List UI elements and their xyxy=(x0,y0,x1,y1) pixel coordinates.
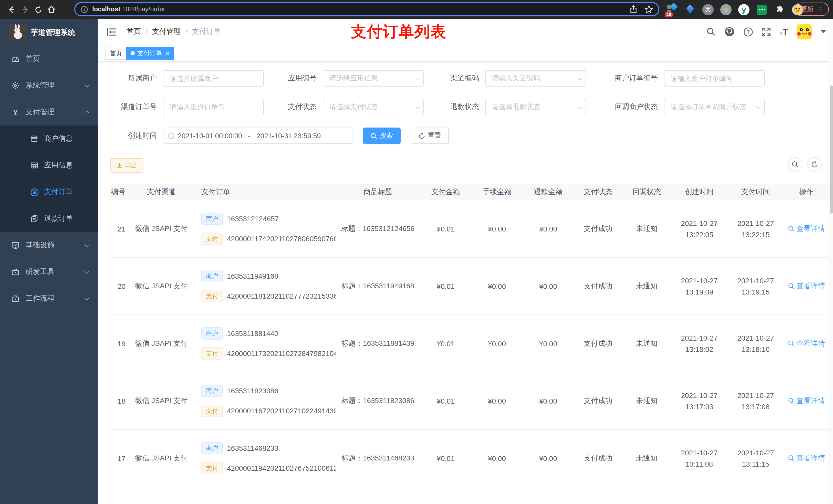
browser-update-button[interactable]: 更新 ⋮ xyxy=(794,3,829,16)
avatar[interactable] xyxy=(796,24,812,40)
toolbox-icon xyxy=(11,268,20,276)
date-range-input[interactable]: 2021-10-01 00:00:00 - 2021-10-31 23:59:5… xyxy=(163,127,354,144)
channel-code-select[interactable]: 请输入渠道编码 xyxy=(485,70,586,87)
sidebar-item-merchant-info[interactable]: 商户信息 xyxy=(0,125,98,152)
cell-channel: 微信 JSAPI 支付 xyxy=(125,339,197,348)
fullscreen-icon[interactable] xyxy=(762,27,771,37)
table-refresh-button[interactable] xyxy=(807,157,822,172)
col-header: 支付订单 xyxy=(197,187,336,196)
field-label: 所属商户 xyxy=(110,74,163,83)
scrollbar-thumb[interactable] xyxy=(830,86,833,214)
github-icon[interactable] xyxy=(724,27,734,37)
address-bar[interactable]: localhost:1024/pay/order xyxy=(74,2,659,16)
browser-menu-icon[interactable]: ⋮ xyxy=(818,6,824,13)
sidebar-item-pay-order[interactable]: 支付订单 xyxy=(0,179,98,206)
extension-gem-icon[interactable] xyxy=(684,3,696,16)
avatar-caret-icon[interactable] xyxy=(821,30,826,33)
field-label: 创建时间 xyxy=(110,131,163,140)
breadcrumb-home[interactable]: 首页 xyxy=(126,27,141,37)
field-label: 退款状态 xyxy=(436,102,485,112)
sidebar-item-infra[interactable]: 基础设施 xyxy=(0,232,98,259)
cell-id: 17 xyxy=(110,454,125,462)
extension-chat-icon[interactable] xyxy=(756,3,768,16)
cell-channel: 微信 JSAPI 支付 xyxy=(125,396,197,405)
browser-home-button[interactable] xyxy=(45,3,58,16)
view-detail-link[interactable]: 查看详情 xyxy=(788,454,825,463)
help-icon[interactable]: ? xyxy=(743,27,753,37)
sidebar-item-payment[interactable]: ¥ 支付管理 xyxy=(0,99,98,125)
cell-paid: 2021-10-2713:22:15 xyxy=(728,219,784,238)
pay-tag: 支付 xyxy=(201,290,223,302)
table-header-row: 编号 支付渠道 支付订单 商品标题 支付金额 手续金额 退款金额 支付状态 回调… xyxy=(110,184,829,200)
notify-status-select[interactable]: 请选择订单回调商户状态 xyxy=(664,99,765,115)
extension-y-icon[interactable]: y xyxy=(738,3,750,16)
cell-title: 标题：1635312124656 xyxy=(336,224,420,233)
col-header: 编号 xyxy=(110,187,125,196)
browser-reload-button[interactable] xyxy=(32,3,45,16)
page-scrollbar[interactable] xyxy=(829,19,833,504)
table-search-button[interactable] xyxy=(788,157,802,172)
search-icon[interactable] xyxy=(706,27,715,37)
view-detail-link[interactable]: 查看详情 xyxy=(788,339,825,348)
bookmark-star-icon[interactable] xyxy=(644,5,653,14)
browser-forward-button[interactable] xyxy=(19,3,31,16)
breadcrumb-payment[interactable]: 支付管理 xyxy=(152,27,181,37)
extensions-puzzle-icon[interactable] xyxy=(774,3,786,16)
extension-recorder-icon[interactable] xyxy=(720,3,732,16)
cell-action: 查看详情 xyxy=(784,396,829,405)
sidebar-item-label: 商户信息 xyxy=(44,134,73,143)
view-detail-link[interactable]: 查看详情 xyxy=(788,396,825,405)
view-detail-link[interactable]: 查看详情 xyxy=(788,282,825,291)
extension-command-icon[interactable]: ⌘ xyxy=(702,3,714,16)
search-button[interactable]: 搜索 xyxy=(363,127,401,144)
merchant-order-no-input[interactable] xyxy=(664,70,765,87)
site-info-icon[interactable] xyxy=(80,5,88,13)
screen: localhost:1024/pay/order 10 ⌘ y 更新 xyxy=(0,0,833,504)
col-header: 退款金额 xyxy=(523,187,574,196)
search-icon xyxy=(371,133,377,139)
cell-fee: ¥0.00 xyxy=(471,454,523,462)
search-icon xyxy=(791,161,799,168)
refresh-icon xyxy=(419,133,425,139)
reset-button[interactable]: 重置 xyxy=(411,127,449,144)
sidebar-item-app-info[interactable]: 应用信息 xyxy=(0,152,98,179)
merchant-input[interactable] xyxy=(163,70,264,87)
sidebar-item-devtools[interactable]: 研发工具 xyxy=(0,259,98,285)
payment-submenu: 商户信息 应用信息 支付订单 退款订单 xyxy=(0,125,98,232)
monitor-chart-icon xyxy=(11,241,20,249)
tab-home[interactable]: 首页 xyxy=(105,47,126,60)
sidebar-collapse-icon[interactable] xyxy=(105,26,117,38)
cell-status: 支付成功 xyxy=(574,454,622,463)
view-detail-link[interactable]: 查看详情 xyxy=(788,224,825,233)
table-row: 20 微信 JSAPI 支付 商户1635311949168 支付4200001… xyxy=(110,258,829,315)
share-icon[interactable] xyxy=(629,5,637,13)
sidebar-item-home[interactable]: 首页 xyxy=(0,46,98,72)
cell-action: 查看详情 xyxy=(784,454,829,463)
cell-fee: ¥0.00 xyxy=(471,339,523,347)
app-logo[interactable]: 芋道管理系统 xyxy=(0,19,98,46)
search-icon xyxy=(788,455,794,461)
export-button[interactable]: 导出 xyxy=(110,158,143,173)
extension-devtools-icon[interactable]: 10 xyxy=(666,3,678,16)
pay-status-select[interactable]: 请选择支付状态 xyxy=(323,99,424,115)
cell-title: 标题：1635311881439 xyxy=(336,339,420,348)
sidebar-item-refund-order[interactable]: 退款订单 xyxy=(0,206,98,232)
font-size-icon[interactable]: TT xyxy=(780,27,788,36)
browser-chrome: localhost:1024/pay/order 10 ⌘ y 更新 xyxy=(0,0,833,19)
cell-channel: 微信 JSAPI 支付 xyxy=(125,454,197,463)
tab-pay-order[interactable]: 支付订单 × xyxy=(126,47,174,60)
browser-back-button[interactable] xyxy=(5,3,18,16)
app-select[interactable]: 请选择应用信息 xyxy=(323,70,424,87)
channel-order-no-input[interactable] xyxy=(163,99,264,115)
page-content: 所属商户 应用编号 请选择应用信息 渠道编码 请输入渠道编码 商户订单编号 xyxy=(98,62,833,504)
refund-status-select[interactable]: 请选择退款状态 xyxy=(485,99,586,115)
cell-id: 19 xyxy=(110,339,125,347)
field-label: 支付状态 xyxy=(277,102,323,112)
merchant-tag: 商户 xyxy=(201,270,223,282)
sidebar-item-system[interactable]: 系统管理 xyxy=(0,72,98,99)
pay-tag: 支付 xyxy=(201,347,223,360)
close-icon[interactable]: × xyxy=(165,50,169,56)
cell-order: 商户1635311468233 支付4200001194202110276752… xyxy=(197,442,336,474)
col-header: 手续金额 xyxy=(471,187,523,196)
sidebar-item-workflow[interactable]: 工作流程 xyxy=(0,285,98,312)
